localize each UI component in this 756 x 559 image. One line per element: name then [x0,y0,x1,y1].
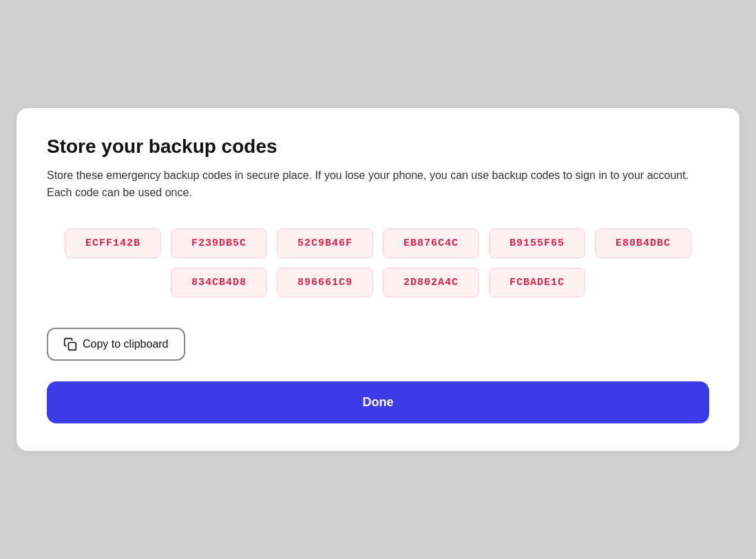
page-title: Store your backup codes [47,136,709,158]
backup-codes-card: Store your backup codes Store these emer… [17,108,739,452]
done-button[interactable]: Done [47,381,709,423]
backup-code: FCBADE1C [489,268,585,297]
backup-code: ECFF142B [65,229,161,258]
backup-code: F239DB5C [171,229,267,258]
backup-code: 896661C9 [277,268,373,297]
copy-button-label: Copy to clipboard [83,338,169,350]
codes-row-2: 834CB4D8 896661C9 2D802A4C FCBADE1C [47,268,709,297]
clipboard-icon [63,337,77,351]
backup-code: 2D802A4C [383,268,479,297]
svg-rect-0 [69,343,76,350]
codes-grid: ECFF142B F239DB5C 52C9B46F EB876C4C B915… [47,229,709,297]
backup-code: E80B4DBC [595,229,691,258]
backup-code: EB876C4C [383,229,479,258]
backup-code: 52C9B46F [277,229,373,258]
backup-code: B9155F65 [489,229,585,258]
done-button-label: Done [363,395,394,409]
codes-row-1: ECFF142B F239DB5C 52C9B46F EB876C4C B915… [47,229,709,258]
page-description: Store these emergency backup codes in se… [47,167,709,202]
backup-code: 834CB4D8 [171,268,267,297]
copy-to-clipboard-button[interactable]: Copy to clipboard [47,328,185,361]
